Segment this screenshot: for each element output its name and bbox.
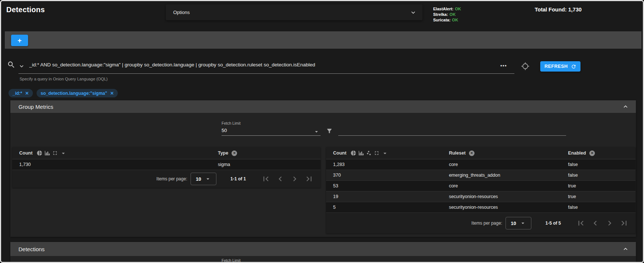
arrow-drop-down-icon xyxy=(205,176,211,182)
query-input[interactable]: _id:* AND so_detection.language:"sigma" … xyxy=(29,62,509,68)
toolbar-strip: + xyxy=(5,31,641,49)
page-size-value: 10 xyxy=(196,176,201,182)
type-table-paginator: Items per page: 10 1-1 of 1 xyxy=(12,170,321,188)
chevron-up-icon[interactable] xyxy=(622,103,629,110)
query-history-chevron-icon[interactable] xyxy=(18,63,25,70)
close-icon[interactable]: ✕ xyxy=(110,91,114,96)
first-page-button[interactable] xyxy=(261,174,271,184)
arrow-drop-down-icon[interactable] xyxy=(381,150,388,157)
remove-groupby-icon[interactable]: ✕ xyxy=(469,150,475,156)
table-row[interactable]: 19 securityonion-resources true xyxy=(326,191,636,202)
cell-enabled: true xyxy=(568,194,576,199)
page-range-label: 1-5 of 5 xyxy=(545,221,561,226)
type-table-header: Count Type ✕ xyxy=(12,147,321,159)
table-row[interactable]: 5 securityonion-resources false xyxy=(326,202,636,213)
cell-count: 1,730 xyxy=(19,162,31,167)
detections-panel-header[interactable]: Detections xyxy=(10,242,636,256)
arrow-drop-down-icon[interactable] xyxy=(313,128,320,135)
pie-chart-icon[interactable] xyxy=(350,150,356,156)
page-size-select[interactable]: 10 xyxy=(506,217,531,229)
page-range-label: 1-1 of 1 xyxy=(230,176,246,181)
chart-toggle-icons xyxy=(37,150,67,157)
page-size-value: 10 xyxy=(511,221,516,226)
cell-count: 5 xyxy=(333,205,336,210)
filter-chip-label: so_detection.language:"sigma" xyxy=(41,91,107,96)
options-dropdown-label: Options xyxy=(173,10,190,15)
table-row[interactable]: 1,730 sigma xyxy=(12,159,321,170)
sankey-chart-icon[interactable] xyxy=(366,150,372,156)
remove-groupby-icon[interactable]: ✕ xyxy=(589,150,595,156)
ruleset-table-rows: 1,283 core false 370 emerging_threats_ad… xyxy=(326,159,636,213)
table-row[interactable]: 1,283 core false xyxy=(326,159,636,170)
cell-count: 370 xyxy=(333,173,341,178)
arrow-drop-down-icon xyxy=(520,220,526,226)
cell-ruleset: securityonion-resources xyxy=(449,194,498,199)
chevron-up-icon[interactable] xyxy=(622,245,629,253)
cell-ruleset: core xyxy=(449,183,458,188)
ruleset-table-paginator: Items per page: 10 1-5 of 5 xyxy=(326,213,636,233)
ruleset-table-header: Count xyxy=(326,147,636,159)
first-page-button[interactable] xyxy=(576,218,586,228)
arrow-drop-down-icon[interactable] xyxy=(60,150,67,157)
query-more-button[interactable]: ••• xyxy=(500,63,507,68)
status-strelka: Strelka:OK xyxy=(433,12,461,17)
detections-page: Detections Options ElastAlert:OK Strelka… xyxy=(0,0,644,263)
status-ok-value: OK xyxy=(449,12,456,17)
fetch-limit-select[interactable]: 50 xyxy=(222,128,227,133)
last-page-button[interactable] xyxy=(304,174,314,184)
type-table-rows: 1,730 sigma xyxy=(12,159,321,170)
crosshair-icon[interactable] xyxy=(521,62,530,70)
bar-chart-icon[interactable] xyxy=(358,150,364,156)
status-suricata: Suricata:OK xyxy=(433,17,461,23)
cell-count: 19 xyxy=(333,194,338,199)
next-page-button[interactable] xyxy=(290,174,299,184)
cell-enabled: false xyxy=(568,162,578,167)
ruleset-group-table: Count xyxy=(326,147,636,233)
refresh-button-label: REFRESH xyxy=(544,64,568,69)
status-elastalert: ElastAlert:OK xyxy=(433,6,461,12)
filter-funnel-icon[interactable] xyxy=(326,128,333,134)
table-row[interactable]: 370 emerging_threats_addon false xyxy=(326,170,636,181)
group-filter-input[interactable] xyxy=(338,135,566,136)
status-ok-value: OK xyxy=(455,7,461,11)
expand-icon[interactable] xyxy=(52,150,58,156)
type-column-header: Type ✕ xyxy=(218,150,237,156)
remove-groupby-icon[interactable]: ✕ xyxy=(232,150,237,156)
fetch-limit-underline xyxy=(222,135,321,136)
type-group-table: Count Type ✕ xyxy=(12,147,321,188)
items-per-page-label: Items per page: xyxy=(472,221,502,226)
cell-count: 1,283 xyxy=(333,162,345,167)
items-per-page-label: Items per page: xyxy=(157,176,187,181)
prev-page-button[interactable] xyxy=(590,218,600,228)
bar-chart-icon[interactable] xyxy=(44,150,50,156)
filter-chip-id[interactable]: _id:* ✕ xyxy=(8,89,33,97)
cell-ruleset: emerging_threats_addon xyxy=(449,173,500,178)
refresh-button[interactable]: REFRESH xyxy=(540,61,580,72)
next-page-button[interactable] xyxy=(605,218,614,228)
detections-panel-title: Detections xyxy=(18,246,45,252)
cell-type: sigma xyxy=(218,162,230,167)
cell-ruleset: securityonion-resources xyxy=(449,205,498,210)
table-row[interactable]: 53 core true xyxy=(326,181,636,191)
expand-icon[interactable] xyxy=(374,150,380,156)
refresh-icon xyxy=(571,64,576,69)
page-size-select[interactable]: 10 xyxy=(191,173,216,185)
chevron-down-icon xyxy=(410,9,417,16)
add-button[interactable]: + xyxy=(11,35,28,46)
filter-chip-language[interactable]: so_detection.language:"sigma" ✕ xyxy=(37,89,118,97)
pie-chart-icon[interactable] xyxy=(37,150,42,156)
last-page-button[interactable] xyxy=(619,218,629,228)
cell-enabled: false xyxy=(568,173,578,178)
service-status-block: ElastAlert:OK Strelka:OK Suricata:OK xyxy=(433,6,461,23)
ruleset-column-header: Ruleset ✕ xyxy=(449,150,475,156)
count-column-header: Count xyxy=(19,150,32,156)
group-metrics-header[interactable]: Group Metrics xyxy=(10,100,636,113)
options-dropdown[interactable]: Options xyxy=(166,4,422,20)
count-column-header: Count xyxy=(333,150,346,156)
fetch-limit-label: Fetch Limit xyxy=(222,121,240,125)
fetch-limit-label: Fetch Limit xyxy=(222,258,240,263)
search-icon xyxy=(7,60,16,69)
close-icon[interactable]: ✕ xyxy=(25,91,29,96)
group-metrics-title: Group Metrics xyxy=(18,104,53,110)
prev-page-button[interactable] xyxy=(275,174,285,184)
